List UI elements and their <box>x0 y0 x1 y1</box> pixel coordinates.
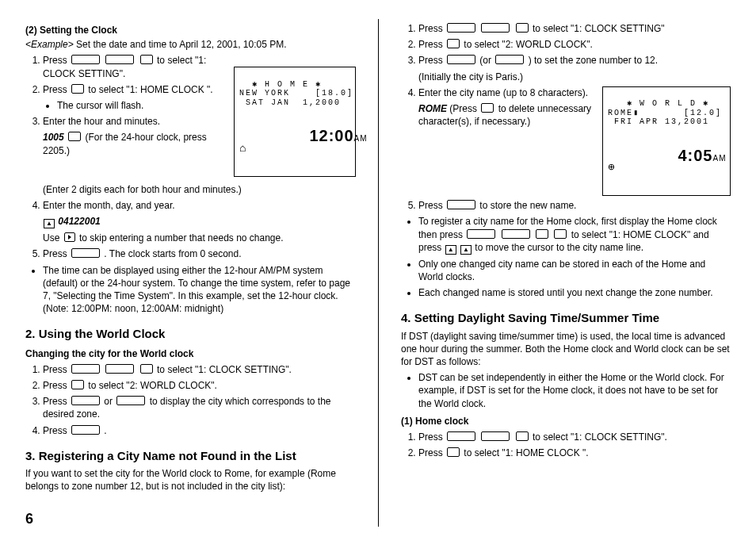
key-icon <box>140 55 153 64</box>
r-step-3: Press (or ) to set the zone number to 12… <box>418 54 731 82</box>
example-text: Set the date and time to April 12, 2001,… <box>74 39 287 50</box>
setting-clock-bullets: The time can be displayed using either t… <box>25 264 356 316</box>
lcd-world-time: 4:05 <box>678 147 712 165</box>
heading-register: 3. Registering a City Name not Found in … <box>25 448 356 464</box>
bullet-one-name: Only one changed city name can be stored… <box>418 258 731 283</box>
key-icon <box>71 425 100 435</box>
r-step-1: Press to select "1: CLOCK SETTING" <box>418 22 731 35</box>
lcd-home-line1: ✱ H O M E ✱ <box>239 80 322 89</box>
key-icon <box>71 380 84 389</box>
register-intro: If you want to set the city for the Worl… <box>25 467 356 493</box>
page-number: 6 <box>25 509 33 528</box>
bullet-register-home: To register a city name for the Home clo… <box>418 215 731 254</box>
lcd-world: ✱ W O R L D ✱ ROME▮ [12.0] FRI APR 13,20… <box>602 86 731 197</box>
w-step-2: Press to select "2: WORLD CLOCK". <box>43 379 356 392</box>
bullet-time-system: The time can be displayed using either t… <box>43 264 356 316</box>
lcd-world-ampm: AM <box>712 154 726 163</box>
heading-home-clock: (1) Home clock <box>401 415 731 428</box>
s3-after: (For the 24-hour clock, press 2205.) <box>43 132 207 155</box>
rome-label: ROME <box>418 103 447 114</box>
code-date: 04122001 <box>58 216 100 227</box>
lcd-world-line3: FRI APR 13,2001 <box>608 117 709 126</box>
code-1005: 1005 <box>43 132 64 143</box>
key-icon <box>116 396 145 405</box>
key-icon <box>71 396 100 405</box>
step-5: Press . The clock starts from 0 second. <box>43 247 356 260</box>
r-step3-note: (Initially the city is Paris.) <box>418 71 731 83</box>
w-step-3: Press or to display the city which corre… <box>43 395 356 420</box>
key-icon <box>467 229 495 239</box>
arrow-up-icon: ▲ <box>460 245 472 255</box>
arrow-up-icon: ▲ <box>445 245 456 255</box>
key-icon <box>516 431 529 441</box>
register-steps-cont: Press to select "1: CLOCK SETTING" Press… <box>401 22 731 83</box>
key-icon <box>447 431 475 441</box>
dst-bullet: DST can be set independently in either t… <box>418 371 731 410</box>
key-arrow-icon <box>64 232 75 242</box>
lcd-home: ✱ H O M E ✱ NEW YORK [18.0] SAT JAN 1,20… <box>234 67 356 177</box>
w-step-1: Press to select "1: CLOCK SETTING". <box>43 363 356 376</box>
heading-dst: 4. Setting Daylight Saving Time/Summer T… <box>401 310 731 326</box>
dst-intro: If DST (daylight saving time/summer time… <box>401 330 731 369</box>
key-icon <box>105 55 134 64</box>
arrow-up-icon: ▲ <box>44 219 55 228</box>
bullet-each-name: Each changed name is stored until you ne… <box>418 286 731 299</box>
key-icon <box>447 55 475 64</box>
world-clock-steps: Press to select "1: CLOCK SETTING". Pres… <box>25 363 356 437</box>
r-step-5: Press to store the new name. <box>418 199 731 212</box>
hc-step-2: Press to select "1: HOME CLOCK ". <box>418 447 731 459</box>
lcd-world-line1: ✱ W O R L D ✱ <box>608 99 709 108</box>
key-icon <box>447 23 475 33</box>
heading-changing-city: Changing the city for the World clock <box>25 347 356 360</box>
s3-note: (Enter 2 digits each for both hour and m… <box>43 183 356 196</box>
key-icon <box>536 229 548 239</box>
home-clock-steps: Press to select "1: CLOCK SETTING". Pres… <box>401 431 731 459</box>
key-icon <box>71 364 100 374</box>
key-icon <box>140 364 153 374</box>
example-line: <Example> Set the date and time to April… <box>25 38 356 51</box>
dst-bullets: DST can be set independently in either t… <box>401 371 731 410</box>
right-column: Press to select "1: CLOCK SETTING" Press… <box>378 19 731 527</box>
example-prefix: <Example> <box>25 39 74 50</box>
r-step-2: Press to select "2: WORLD CLOCK". <box>418 38 731 51</box>
key-icon <box>68 132 81 141</box>
heading-setting-clock: (2) Setting the Clock <box>25 24 356 36</box>
hc-step-1: Press to select "1: CLOCK SETTING". <box>418 431 731 443</box>
key-icon <box>481 431 510 441</box>
key-icon <box>447 39 460 48</box>
heading-world-clock: 2. Using the World Clock <box>25 326 356 342</box>
lcd-home-line2: NEW YORK [18.0] <box>239 89 353 98</box>
lcd-home-time: 12:00 <box>309 127 353 145</box>
key-icon <box>481 23 510 33</box>
w-step-4: Press . <box>43 424 356 437</box>
lcd-home-line3: SAT JAN 1,2000 <box>239 98 341 107</box>
key-icon <box>71 84 84 94</box>
key-icon <box>481 103 494 113</box>
globe-icon: ⊕ <box>608 161 614 174</box>
left-column: (2) Setting the Clock <Example> Set the … <box>25 19 378 527</box>
key-icon <box>447 200 475 209</box>
key-icon <box>502 229 530 239</box>
key-icon <box>495 55 524 64</box>
step-4: Enter the month, day, and year. ▲ 041220… <box>43 199 356 244</box>
key-icon <box>554 229 567 239</box>
key-icon <box>71 55 100 64</box>
key-icon <box>71 248 100 258</box>
key-icon <box>105 364 134 374</box>
home-icon: ⌂ <box>239 142 246 155</box>
register-bullets: To register a city name for the Home clo… <box>401 215 731 299</box>
key-icon <box>516 23 529 33</box>
key-icon <box>447 447 460 457</box>
lcd-home-ampm: AM <box>354 134 368 143</box>
lcd-world-line2: ROME▮ [12.0] <box>608 109 722 117</box>
